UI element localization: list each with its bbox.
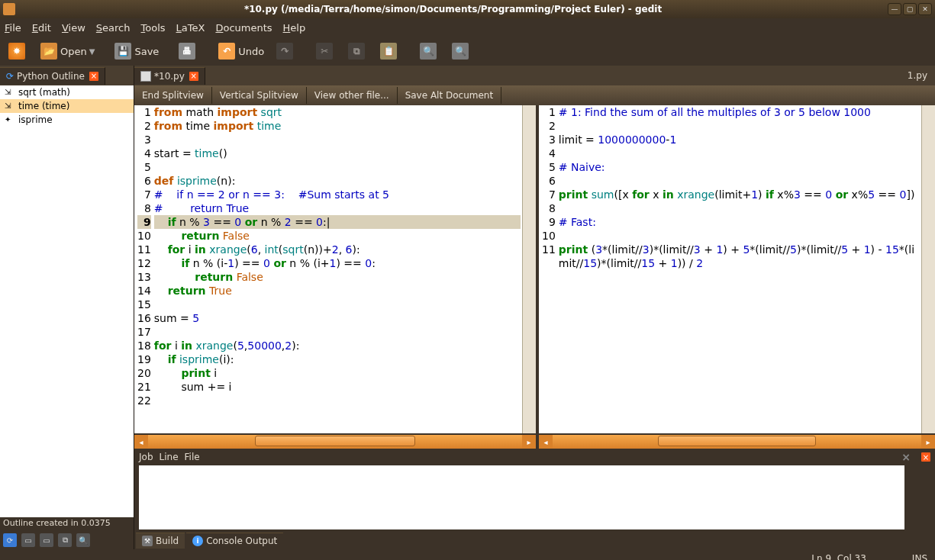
info-icon: i: [192, 536, 203, 546]
print-button[interactable]: 🖶: [175, 40, 202, 62]
outline-item[interactable]: ✦isprime: [0, 113, 134, 127]
col-line: Line: [160, 452, 179, 462]
menubar: File Edit View Search Tools LaTeX Docume…: [0, 18, 935, 37]
scrollbar-vertical[interactable]: [522, 105, 536, 433]
cursor-position: Ln 9, Col 33: [811, 553, 866, 560]
col-job: Job: [139, 452, 153, 462]
file-icon[interactable]: ▭: [40, 533, 53, 547]
replace-button[interactable]: 🔍: [448, 40, 476, 62]
statusbar: Ln 9, Col 33 INS: [0, 549, 935, 560]
close-icon[interactable]: ×: [189, 72, 198, 81]
sidebar-status: Outline created in 0.0375: [0, 517, 134, 531]
symbol-icon: ⇲: [5, 88, 15, 97]
scrollbar-horizontal[interactable]: ◂▸: [539, 435, 935, 449]
file-icon: [140, 71, 151, 82]
open-button[interactable]: 📂Open▼: [37, 40, 98, 62]
new-button[interactable]: ✸: [5, 40, 32, 62]
save-label: Save: [134, 46, 159, 57]
undo-label: Undo: [238, 46, 264, 57]
document-tab[interactable]: *10.py ×: [134, 67, 205, 85]
app-icon: [3, 3, 15, 15]
gutter: 1234567891011: [539, 105, 557, 433]
menu-documents[interactable]: Documents: [215, 22, 272, 34]
sidebar-icon-row: ⟳ ▭ ▭ ⧉ 🔍: [0, 531, 134, 549]
undo-icon: ↶: [218, 43, 235, 60]
code-area[interactable]: # 1: Find the sum of all the multiples o…: [557, 105, 921, 433]
sidebar-tabs: ⟳ Python Outline ×: [0, 66, 134, 85]
save-icon: 💾: [114, 43, 131, 60]
redo-icon: ↷: [276, 43, 293, 60]
copy-button[interactable]: ⧉: [344, 40, 372, 62]
copy-icon: ⧉: [348, 43, 365, 60]
undo-button[interactable]: ↶Undo: [214, 40, 268, 62]
chevron-down-icon[interactable]: ▼: [89, 47, 95, 56]
insert-mode: INS: [912, 553, 927, 560]
file-icon[interactable]: ▭: [21, 533, 35, 547]
sidebar-tab-outline[interactable]: ⟳ Python Outline ×: [0, 67, 105, 85]
split-button[interactable]: Save Alt Document: [398, 87, 502, 104]
split-button[interactable]: Vertical Splitview: [212, 87, 307, 104]
symbol-icon: ✦: [5, 115, 15, 124]
editor-left: 12345678910111213141516171819202122 from…: [134, 105, 536, 449]
main-area: *10.py × 1.py End SplitviewVertical Spli…: [134, 66, 935, 549]
sidebar: ⟳ Python Outline × ⇲sqrt (math)⇲time (ti…: [0, 66, 134, 549]
replace-icon: 🔍: [452, 43, 469, 60]
outline-label: sqrt (math): [18, 87, 70, 98]
menu-edit[interactable]: Edit: [32, 22, 51, 34]
menu-latex[interactable]: LaTeX: [176, 22, 205, 34]
paste-icon: 📋: [380, 43, 397, 60]
bottom-panel: Job Line File × × ⚒Build iConsole Output: [134, 450, 935, 549]
redo-button[interactable]: ↷: [272, 40, 300, 62]
close-icon[interactable]: ×: [89, 72, 98, 81]
outline-item[interactable]: ⇲sqrt (math): [0, 85, 134, 99]
paste-button[interactable]: 📋: [376, 40, 404, 62]
minimize-button[interactable]: —: [888, 3, 901, 15]
refresh-icon[interactable]: ⟳: [6, 71, 14, 82]
sidebar-tab-label: Python Outline: [17, 71, 85, 82]
copy-icon[interactable]: ⧉: [58, 533, 72, 547]
close-icon[interactable]: ×: [921, 452, 930, 462]
bottom-panel-header: Job Line File × ×: [134, 450, 935, 464]
search-icon[interactable]: 🔍: [76, 533, 90, 547]
outline-label: time (time): [18, 101, 69, 111]
bottom-panel-body[interactable]: [139, 465, 904, 529]
symbol-icon: ⇲: [5, 101, 15, 111]
editor-right: 1234567891011 # 1: Find the sum of all t…: [539, 105, 935, 449]
panel-close-icon[interactable]: ×: [901, 451, 911, 463]
split-button[interactable]: View other file...: [307, 87, 398, 104]
menu-tools[interactable]: Tools: [141, 22, 166, 34]
menu-help[interactable]: Help: [283, 22, 306, 34]
find-button[interactable]: 🔍: [416, 40, 443, 62]
gutter: 12345678910111213141516171819202122: [134, 105, 153, 433]
tab-console[interactable]: iConsole Output: [186, 533, 283, 549]
toolbar: ✸ 📂Open▼ 💾Save 🖶 ↶Undo ↷ ✂ ⧉ 📋 🔍 🔍: [0, 37, 935, 66]
titlebar: *10.py (/media/Terra/home/simon/Document…: [0, 0, 935, 18]
build-icon: ⚒: [142, 536, 153, 546]
new-icon: ✸: [8, 43, 25, 60]
menu-search[interactable]: Search: [96, 22, 131, 34]
maximize-button[interactable]: ▢: [903, 3, 917, 15]
menu-view[interactable]: View: [62, 22, 85, 34]
cut-button[interactable]: ✂: [312, 40, 340, 62]
folder-open-icon: 📂: [40, 43, 57, 60]
print-icon: 🖶: [179, 43, 195, 60]
code-area[interactable]: from math import sqrtfrom time import ti…: [153, 105, 522, 433]
refresh-icon[interactable]: ⟳: [3, 533, 17, 547]
open-label: Open: [60, 46, 87, 57]
window-title: *10.py (/media/Terra/home/simon/Document…: [20, 4, 886, 14]
split-button[interactable]: End Splitview: [134, 87, 212, 104]
document-tabs: *10.py × 1.py: [134, 66, 935, 85]
menu-file[interactable]: File: [5, 22, 21, 34]
save-button[interactable]: 💾Save: [111, 40, 163, 62]
tab-build[interactable]: ⚒Build: [136, 533, 185, 549]
search-icon: 🔍: [420, 43, 437, 60]
scrollbar-vertical[interactable]: [921, 105, 935, 433]
bottom-tabs: ⚒Build iConsole Output: [134, 531, 935, 549]
outline-list[interactable]: ⇲sqrt (math)⇲time (time)✦isprime: [0, 85, 134, 517]
col-file: File: [185, 452, 200, 462]
scrollbar-horizontal[interactable]: ◂▸: [134, 435, 536, 449]
split-toolbar: End SplitviewVertical SplitviewView othe…: [134, 85, 935, 105]
close-button[interactable]: ✕: [918, 3, 932, 15]
split-file-label: 1.py: [900, 67, 935, 84]
outline-item[interactable]: ⇲time (time): [0, 99, 134, 113]
